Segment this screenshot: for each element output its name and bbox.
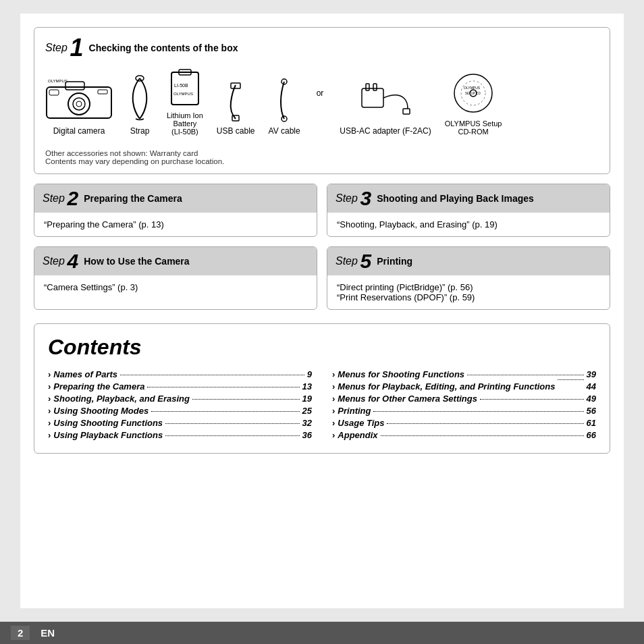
step4-text: “Camera Settings” (p. 3) bbox=[44, 282, 138, 292]
usb-icon bbox=[219, 82, 252, 122]
dots bbox=[373, 411, 583, 412]
contents-item-menus-playback: › Menus for Playback, Editing, and Print… bbox=[332, 381, 596, 392]
item-strap: Strap bbox=[126, 75, 153, 136]
page-num: 56 bbox=[587, 406, 596, 416]
arrow-icon: › bbox=[48, 394, 51, 404]
contents-label: Appendix bbox=[338, 430, 377, 440]
dots bbox=[165, 423, 299, 424]
svg-rect-17 bbox=[362, 88, 383, 107]
camera-icon: OLYMPUS bbox=[45, 75, 113, 122]
items-row: OLYMPUS Digital camera Strap bbox=[45, 67, 599, 141]
item-battery-label: Lithium Ion Battery (LI-50B) bbox=[167, 111, 203, 136]
arrow-icon: › bbox=[332, 406, 335, 416]
step1-header: Step 1 Checking the contents of the box bbox=[45, 36, 599, 60]
step2-header: Step 2 Preparing the Camera bbox=[34, 184, 317, 213]
dots bbox=[120, 375, 304, 375]
contents-label: Names of Parts bbox=[53, 369, 117, 379]
svg-point-2 bbox=[68, 93, 90, 115]
adapter-icon bbox=[360, 78, 411, 122]
dots bbox=[387, 423, 583, 424]
step4-title: How to Use the Camera bbox=[84, 256, 189, 267]
step2-number: 2 bbox=[68, 188, 79, 209]
item-battery: LI-50B OLYMPUS Lithium Ion Battery (LI-5… bbox=[167, 67, 203, 136]
step3-number: 3 bbox=[360, 188, 372, 209]
svg-text:SETUP CD: SETUP CD bbox=[465, 92, 481, 95]
dots bbox=[165, 435, 299, 436]
step3-header: Step 3 Shooting and Playing Back Images bbox=[327, 184, 610, 213]
dots bbox=[381, 435, 584, 436]
page-num: 25 bbox=[302, 406, 312, 416]
cdrom-icon: OLYMPUS SETUP CD bbox=[452, 72, 495, 115]
contents-label: Menus for Other Camera Settings bbox=[338, 394, 477, 404]
page-num: 9 bbox=[307, 369, 312, 379]
step1-word: Step bbox=[45, 42, 68, 54]
steps-grid: Step 2 Preparing the Camera “Preparing t… bbox=[34, 184, 610, 310]
contents-item-printing: › Printing 56 bbox=[332, 406, 596, 416]
item-usb-label: USB cable bbox=[217, 126, 255, 136]
arrow-icon: › bbox=[48, 430, 51, 440]
arrow-icon: › bbox=[332, 418, 335, 428]
item-adapter-label: USB-AC adapter (F-2AC) bbox=[340, 126, 431, 136]
svg-rect-1 bbox=[65, 82, 84, 90]
contents-label: Using Playback Functions bbox=[53, 430, 163, 440]
step2-text: “Preparing the Camera” (p. 13) bbox=[44, 219, 164, 230]
svg-point-4 bbox=[76, 101, 82, 107]
step2-word: Step bbox=[43, 192, 65, 205]
item-cdrom-label: OLYMPUS Setup CD-ROM bbox=[445, 119, 502, 136]
main-page: Step 1 Checking the contents of the box … bbox=[20, 14, 624, 608]
contents-right: › Menus for Shooting Functions 39 › Menu… bbox=[332, 369, 596, 442]
svg-rect-18 bbox=[366, 84, 369, 90]
arrow-icon: › bbox=[332, 430, 335, 440]
contents-item-usage: › Usage Tips 61 bbox=[332, 418, 596, 428]
contents-label: Usage Tips bbox=[338, 418, 384, 428]
svg-point-3 bbox=[73, 98, 85, 110]
step1-number: 1 bbox=[70, 36, 84, 60]
step5-title: Printing bbox=[377, 256, 412, 267]
note-line1: Other accessories not shown: Warranty ca… bbox=[45, 149, 599, 157]
arrow-icon: › bbox=[48, 381, 51, 392]
step5-number: 5 bbox=[360, 251, 372, 271]
svg-text:OLYMPUS: OLYMPUS bbox=[173, 92, 193, 96]
av-icon bbox=[271, 78, 298, 122]
contents-item-shooting-modes: › Using Shooting Modes 25 bbox=[48, 406, 312, 416]
contents-item-playback: › Using Playback Functions 36 bbox=[48, 430, 312, 440]
arrow-icon: › bbox=[48, 369, 51, 379]
page-num: 36 bbox=[302, 430, 312, 440]
svg-rect-5 bbox=[49, 90, 59, 95]
contents-label: Menus for Shooting Functions bbox=[338, 369, 464, 379]
dots bbox=[151, 411, 299, 412]
step1-title: Checking the contents of the box bbox=[89, 43, 238, 53]
svg-text:OLYMPUS: OLYMPUS bbox=[464, 86, 481, 90]
item-camera-label: Digital camera bbox=[53, 126, 105, 136]
svg-rect-7 bbox=[98, 90, 107, 94]
item-usb: USB cable bbox=[217, 82, 255, 136]
step5-body: “Direct printing (PictBridge)” (p. 56) “… bbox=[327, 275, 610, 309]
step4-box: Step 4 How to Use the Camera “Camera Set… bbox=[34, 246, 317, 310]
arrow-icon: › bbox=[332, 381, 335, 392]
item-av-label: AV cable bbox=[269, 126, 300, 136]
bottom-language: EN bbox=[41, 627, 55, 639]
step2-title: Preparing the Camera bbox=[84, 193, 182, 204]
step2-body: “Preparing the Camera” (p. 13) bbox=[34, 213, 317, 236]
contents-section: Contents › Names of Parts 9 › Preparing … bbox=[34, 323, 610, 454]
step3-word: Step bbox=[336, 192, 358, 205]
page-num: 32 bbox=[302, 418, 312, 428]
item-adapter: USB-AC adapter (F-2AC) bbox=[340, 78, 431, 136]
step3-box: Step 3 Shooting and Playing Back Images … bbox=[327, 184, 610, 237]
svg-rect-9 bbox=[171, 72, 198, 105]
battery-icon: LI-50B OLYMPUS bbox=[168, 67, 202, 107]
step3-title: Shooting and Playing Back Images bbox=[377, 193, 534, 204]
arrow-icon: › bbox=[48, 406, 51, 416]
step5-text1: “Direct printing (PictBridge)” (p. 56) bbox=[337, 282, 600, 292]
contents-label: Menus for Playback, Editing, and Printin… bbox=[338, 381, 555, 392]
step5-word: Step bbox=[336, 255, 358, 267]
page-num: 39 bbox=[587, 369, 596, 379]
strap-icon bbox=[126, 75, 153, 122]
contents-item-appendix: › Appendix 66 bbox=[332, 430, 596, 440]
contents-label: Preparing the Camera bbox=[53, 381, 144, 392]
dots bbox=[192, 399, 300, 400]
contents-item-shooting-functions: › Using Shooting Functions 32 bbox=[48, 418, 312, 428]
step3-text: “Shooting, Playback, and Erasing” (p. 19… bbox=[337, 219, 498, 230]
contents-item-names-of-parts: › Names of Parts 9 bbox=[48, 369, 312, 379]
contents-item-shooting: › Shooting, Playback, and Erasing 19 bbox=[48, 394, 312, 404]
